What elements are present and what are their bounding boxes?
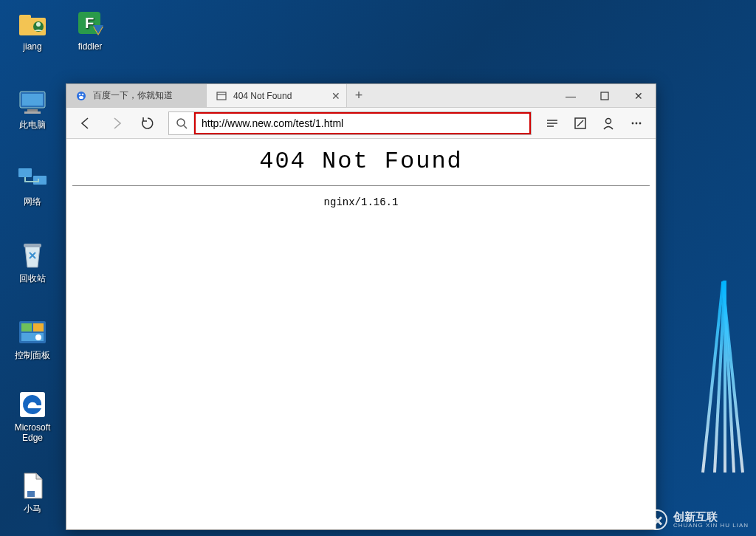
desktop-icon-jiang[interactable]: jiang — [4, 9, 61, 52]
forward-button[interactable] — [103, 110, 130, 137]
watermark-text: 创新互联 — [673, 512, 749, 522]
svg-point-27 — [177, 119, 185, 126]
control-panel-icon — [15, 317, 50, 347]
toolbar — [66, 108, 656, 139]
note-icon — [573, 116, 588, 131]
page-content: 404 Not Found nginx/1.16.1 — [66, 139, 656, 529]
file-icon — [15, 471, 50, 501]
minimize-button[interactable]: — — [554, 84, 588, 107]
this-pc-icon — [15, 87, 50, 117]
desktop-icon-network[interactable]: 网络 — [4, 164, 61, 207]
svg-point-36 — [639, 122, 642, 124]
tab-404[interactable]: 404 Not Found ✕ — [207, 84, 347, 107]
desktop-icon-fiddler[interactable]: F fiddler — [62, 9, 118, 52]
svg-rect-8 — [18, 168, 32, 177]
svg-rect-13 — [33, 323, 44, 331]
svg-point-22 — [82, 93, 84, 95]
svg-point-33 — [606, 118, 611, 123]
notes-button[interactable] — [567, 110, 594, 137]
refresh-icon — [140, 116, 155, 131]
tab-title: 百度一下，你就知道 — [93, 89, 173, 102]
close-window-button[interactable]: ✕ — [622, 84, 656, 107]
desktop-icon-recycle-bin[interactable]: 回收站 — [4, 241, 61, 284]
svg-rect-7 — [24, 111, 41, 114]
more-icon — [629, 116, 644, 131]
fiddler-icon: F — [72, 9, 108, 38]
desktop-icon-this-pc[interactable]: 此电脑 — [4, 87, 61, 130]
svg-point-23 — [79, 96, 83, 99]
maximize-icon — [600, 92, 609, 100]
svg-point-21 — [79, 93, 81, 95]
back-button[interactable] — [72, 110, 99, 137]
close-icon: ✕ — [634, 90, 643, 102]
svg-rect-6 — [27, 109, 38, 111]
error-heading: 404 Not Found — [66, 145, 656, 185]
network-icon — [15, 164, 50, 193]
svg-rect-10 — [24, 244, 41, 247]
tab-baidu[interactable]: 百度一下，你就知道 — [66, 84, 207, 107]
edge-icon — [15, 390, 50, 419]
window-controls: — ✕ — [554, 84, 656, 107]
desktop-icon-label: 小马 — [4, 504, 61, 514]
desktop-icon-label: Microsoft Edge — [4, 422, 61, 443]
watermark-logo-icon — [647, 509, 667, 530]
new-tab-button[interactable]: + — [347, 84, 371, 107]
desktop-icon-label: 回收站 — [4, 273, 61, 284]
plus-icon: + — [355, 88, 363, 103]
more-button[interactable] — [623, 110, 650, 137]
toolbar-right — [539, 110, 650, 137]
svg-rect-24 — [217, 92, 226, 100]
svg-rect-5 — [22, 94, 43, 106]
tab-close-icon[interactable]: ✕ — [331, 90, 340, 102]
svg-rect-1 — [19, 15, 31, 21]
address-bar — [168, 111, 532, 135]
reading-list-icon — [545, 116, 560, 131]
svg-rect-9 — [33, 176, 47, 185]
forward-arrow-icon — [109, 116, 124, 131]
person-icon — [601, 116, 616, 131]
desktop-icon-label: 此电脑 — [4, 120, 61, 130]
desktop-icon-label: fiddler — [62, 41, 118, 52]
url-input[interactable] — [194, 112, 531, 134]
user-folder-icon — [15, 9, 50, 38]
desktop-icon-label: 网络 — [4, 196, 61, 207]
svg-point-34 — [632, 122, 634, 124]
svg-text:F: F — [85, 15, 94, 31]
server-signature: nginx/1.16.1 — [66, 186, 656, 219]
svg-point-35 — [636, 122, 638, 124]
desktop-light-rays — [667, 281, 756, 473]
browser-window: 百度一下，你就知道 404 Not Found ✕ + — ✕ — [66, 83, 656, 530]
tab-title: 404 Not Found — [233, 91, 292, 101]
share-button[interactable] — [595, 110, 622, 137]
watermark: 创新互联 CHUANG XIN HU LIAN — [647, 509, 749, 530]
svg-rect-12 — [21, 323, 32, 331]
back-arrow-icon — [78, 116, 93, 131]
svg-point-3 — [36, 22, 41, 27]
desktop-icon-label: 控制面板 — [4, 350, 61, 360]
maximize-button[interactable] — [588, 84, 622, 107]
refresh-button[interactable] — [134, 110, 161, 137]
page-favicon-icon — [216, 90, 227, 102]
desktop-icon-xiaoma[interactable]: 小马 — [4, 471, 61, 514]
svg-line-28 — [184, 126, 187, 128]
recycle-bin-icon — [15, 241, 50, 270]
svg-point-15 — [35, 334, 41, 340]
baidu-favicon-icon — [75, 90, 87, 102]
search-icon[interactable] — [169, 112, 194, 134]
svg-rect-17 — [27, 491, 35, 497]
watermark-subtext: CHUANG XIN HU LIAN — [673, 522, 749, 529]
desktop-icon-control-panel[interactable]: 控制面板 — [4, 317, 61, 360]
tab-strip: 百度一下，你就知道 404 Not Found ✕ + — ✕ — [66, 84, 656, 108]
reading-view-button[interactable] — [539, 110, 566, 137]
minimize-icon: — — [566, 90, 576, 102]
desktop-icon-label: jiang — [4, 41, 61, 52]
svg-rect-26 — [601, 92, 608, 100]
desktop-icon-edge[interactable]: Microsoft Edge — [4, 390, 61, 443]
